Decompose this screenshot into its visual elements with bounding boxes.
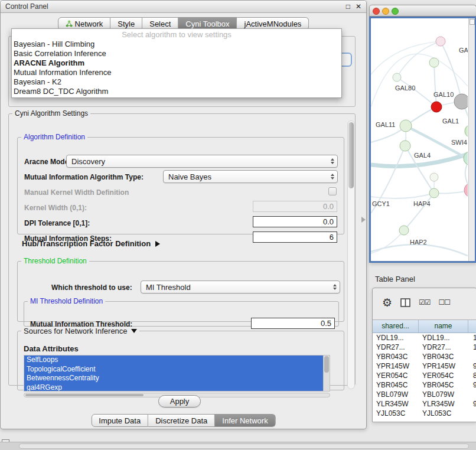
- threshold-definition-title: Threshold Definition: [21, 257, 89, 265]
- zoom-button[interactable]: [392, 8, 399, 15]
- column-header[interactable]: name: [419, 320, 468, 332]
- node-label: GAL10: [433, 91, 454, 98]
- table-row[interactable]: YPR145WYPR145W9.: [373, 361, 476, 371]
- table-header-row: shared...name: [373, 320, 476, 333]
- table-row[interactable]: YDR27...YDR27...12: [373, 343, 476, 352]
- network-node[interactable]: [464, 183, 468, 197]
- network-node[interactable]: [400, 141, 410, 151]
- table-body: YDL19...YDL19...13YDR27...YDR27...12YBR0…: [373, 333, 476, 418]
- algorithm-option[interactable]: Dream8 DC_TDC Algorithm: [12, 87, 341, 96]
- table-row[interactable]: YER054CYER054C8.: [373, 371, 476, 380]
- network-node[interactable]: [454, 94, 468, 109]
- table-row[interactable]: YBL079WYBL079W: [373, 390, 476, 399]
- table-cell: YDR27...: [419, 343, 468, 352]
- tab-label: Select: [149, 19, 171, 28]
- table-cell: YLR345W: [373, 399, 419, 409]
- network-canvas[interactable]: GAL80GAL10GAL11GAL1SWI4GAL4GCY1HAP4HAP2G…: [371, 18, 468, 261]
- network-node[interactable]: [399, 226, 409, 235]
- table-row[interactable]: YJL053CYJL053C: [373, 409, 476, 418]
- network-node[interactable]: [465, 125, 468, 138]
- mi-steps-field[interactable]: 6: [253, 231, 337, 243]
- network-node[interactable]: [436, 37, 445, 46]
- attribute-item[interactable]: BetweennessCentrality: [24, 374, 323, 383]
- network-node[interactable]: [431, 102, 442, 112]
- table-cell: [468, 352, 476, 361]
- bottom-tab-label: Infer Network: [222, 416, 268, 425]
- table-cell: [468, 390, 476, 399]
- algorithm-option[interactable]: Bayesian - Hill Climbing: [12, 40, 341, 49]
- minimize-button[interactable]: [382, 8, 389, 15]
- network-node[interactable]: [429, 58, 439, 67]
- column-header[interactable]: [468, 320, 476, 332]
- network-node[interactable]: [393, 73, 401, 81]
- data-attributes-list[interactable]: SelfLoopsTopologicalCoefficientBetweenne…: [24, 355, 330, 392]
- checked-pair-icon[interactable]: ☑☑: [419, 298, 431, 306]
- attribute-item[interactable]: SelfLoops: [24, 356, 323, 365]
- which-threshold-label: Which threshold to use:: [51, 283, 132, 292]
- status-bar: [0, 442, 476, 450]
- network-vertical-scrollbar[interactable]: [468, 18, 475, 261]
- table-row[interactable]: YLR345WYLR345W9.: [373, 399, 476, 409]
- network-node[interactable]: [429, 188, 439, 198]
- node-label: HAP2: [410, 239, 427, 246]
- scrollbar-thumb[interactable]: [324, 356, 329, 373]
- settings-gear-icon[interactable]: ⚙: [382, 296, 392, 309]
- network-window-titlebar[interactable]: [369, 5, 476, 17]
- network-node[interactable]: [400, 120, 412, 132]
- algorithm-option[interactable]: Bayesian - K2: [12, 77, 341, 87]
- scrollbar-arrow-box[interactable]: [470, 19, 475, 25]
- close-window-icon[interactable]: ✕: [356, 1, 361, 13]
- algorithm-option[interactable]: Mutual Information Inference: [12, 68, 341, 77]
- kernel-width-label: Kernel Width (0,1):: [24, 204, 87, 212]
- table-row[interactable]: YDL19...YDL19...13: [373, 333, 476, 343]
- table-cell: YBR043C: [373, 352, 419, 361]
- unchecked-pair-icon[interactable]: ☐☐: [439, 298, 451, 306]
- column-header[interactable]: shared...: [373, 320, 419, 332]
- attribute-item[interactable]: TopologicalCoefficient: [24, 365, 323, 374]
- node-table: shared...name YDL19...YDL19...13YDR27...…: [373, 319, 476, 422]
- splitpane-collapse-arrow[interactable]: [361, 217, 366, 223]
- column-layout-icon[interactable]: [400, 298, 410, 307]
- attribute-item[interactable]: gal4RGexp: [24, 383, 323, 392]
- attributes-list-scrollbar[interactable]: [323, 356, 330, 391]
- network-edge: [434, 190, 468, 193]
- mi-threshold-definition-group: MI Threshold Definition Mutual Informati…: [24, 297, 339, 327]
- algorithm-option[interactable]: ARACNE Algorithm: [12, 58, 341, 68]
- table-cell: YBR045C: [419, 380, 468, 390]
- cyni-algorithm-settings-group: Cyni Algorithm Settings Algorithm Defini…: [8, 109, 356, 386]
- network-edge: [404, 193, 434, 230]
- table-cell: YJL053C: [419, 409, 468, 418]
- table-cell: YDL19...: [419, 333, 468, 343]
- sources-title[interactable]: Sources for Network Inference: [21, 327, 139, 335]
- table-cell: YBL079W: [419, 390, 468, 399]
- table-cell: 12: [468, 343, 476, 352]
- scrollbar-thumb[interactable]: [348, 122, 354, 188]
- settings-scrollbar[interactable]: [347, 120, 355, 389]
- which-threshold-select[interactable]: MI Threshold: [141, 281, 340, 294]
- table-cell: YER054C: [373, 371, 419, 380]
- scrollbar-thumb[interactable]: [25, 394, 144, 396]
- close-button[interactable]: [373, 8, 380, 15]
- aracne-mode-select[interactable]: Discovery: [66, 155, 338, 168]
- algorithm-option[interactable]: Basic Correlation Inference: [12, 49, 341, 58]
- bottom-tab-discretize-data[interactable]: Discretize Data: [148, 414, 215, 427]
- node-label: GAL4: [414, 152, 431, 159]
- table-row[interactable]: YBR045CYBR045C9.: [373, 380, 476, 390]
- network-edge: [371, 41, 441, 74]
- bottom-tab-impute-data[interactable]: Impute Data: [91, 414, 148, 427]
- float-window-icon[interactable]: □: [346, 1, 350, 13]
- table-cell: YER054C: [419, 371, 468, 380]
- network-tab-icon: [66, 20, 73, 27]
- apply-button[interactable]: Apply: [158, 395, 201, 407]
- node-label: GAL: [459, 47, 468, 54]
- bottom-tab-infer-network[interactable]: Infer Network: [215, 414, 275, 427]
- control-panel-titlebar[interactable]: Control Panel □ ✕: [1, 1, 366, 13]
- manual-kernel-width-checkbox[interactable]: [328, 187, 337, 195]
- combo-stepper-icon: [331, 174, 334, 180]
- dpi-tolerance-field[interactable]: 0.0: [253, 216, 337, 227]
- network-node[interactable]: [430, 173, 438, 181]
- hub-transcription-factor-section[interactable]: Hub/Transcription Factor Definition: [22, 239, 160, 248]
- mi-algorithm-type-select[interactable]: Naive Bayes: [163, 170, 338, 183]
- table-row[interactable]: YBR043CYBR043C: [373, 352, 476, 361]
- node-label: GAL11: [376, 121, 395, 128]
